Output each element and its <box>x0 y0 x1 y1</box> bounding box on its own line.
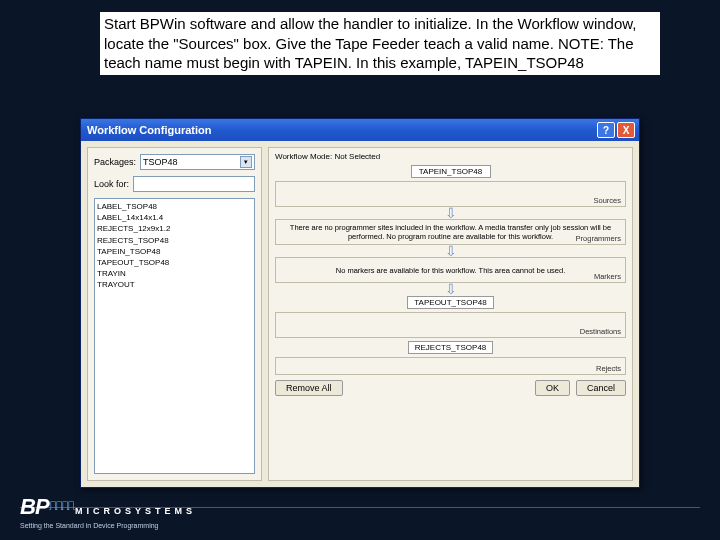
arrow-down-icon: ⇩ <box>275 284 626 294</box>
list-item[interactable]: TRAYIN <box>97 268 252 279</box>
microsystems-text: MICROSYSTEMS <box>75 506 196 516</box>
list-item[interactable]: LABEL_TSOP48 <box>97 201 252 212</box>
markers-section[interactable]: No markers are available for this workfl… <box>275 257 626 283</box>
ok-button[interactable]: OK <box>535 380 570 396</box>
bp-logo: BP <box>20 494 49 519</box>
workflow-mode-label: Workflow Mode: Not Selected <box>275 152 626 161</box>
wave-icon: ⎍⎍⎍⎍ <box>49 497 73 513</box>
help-button[interactable]: ? <box>597 122 615 138</box>
destinations-section[interactable]: Destinations <box>275 312 626 338</box>
footer: BP⎍⎍⎍⎍ MICROSYSTEMS Setting the Standard… <box>20 494 196 530</box>
source-tag[interactable]: TAPEIN_TSOP48 <box>411 165 491 178</box>
window-title: Workflow Configuration <box>85 124 597 136</box>
right-panel: Workflow Mode: Not Selected TAPEIN_TSOP4… <box>268 147 633 481</box>
programmers-section[interactable]: There are no programmer sites included i… <box>275 219 626 245</box>
reject-tag[interactable]: REJECTS_TSOP48 <box>408 341 494 354</box>
arrow-down-icon: ⇩ <box>275 208 626 218</box>
list-item[interactable]: TAPEIN_TSOP48 <box>97 246 252 257</box>
tagline: Setting the Standard in Device Programmi… <box>20 522 159 529</box>
workflow-config-window: Workflow Configuration ? X Packages: TSO… <box>80 118 640 488</box>
programmers-label: Programmers <box>576 234 621 243</box>
sources-section[interactable]: Sources <box>275 181 626 207</box>
packages-label: Packages: <box>94 157 136 167</box>
arrow-down-icon: ⇩ <box>275 246 626 256</box>
lookfor-label: Look for: <box>94 179 129 189</box>
instruction-text: Start BPWin software and allow the handl… <box>100 12 660 75</box>
lookfor-input[interactable] <box>133 176 255 192</box>
titlebar[interactable]: Workflow Configuration ? X <box>81 119 639 141</box>
list-item[interactable]: REJECTS_TSOP48 <box>97 235 252 246</box>
left-panel: Packages: TSOP48 ▾ Look for: LABEL_TSOP4… <box>87 147 262 481</box>
teach-listbox[interactable]: LABEL_TSOP48 LABEL_14x14x1.4 REJECTS_12x… <box>94 198 255 474</box>
sources-label: Sources <box>593 196 621 205</box>
destination-tag[interactable]: TAPEOUT_TSOP48 <box>407 296 493 309</box>
close-button[interactable]: X <box>617 122 635 138</box>
list-item[interactable]: TAPEOUT_TSOP48 <box>97 257 252 268</box>
remove-all-button[interactable]: Remove All <box>275 380 343 396</box>
packages-value: TSOP48 <box>143 157 178 167</box>
rejects-label: Rejects <box>596 364 621 373</box>
markers-label: Markers <box>594 272 621 281</box>
rejects-section[interactable]: Rejects <box>275 357 626 375</box>
programmers-message: There are no programmer sites included i… <box>280 223 621 241</box>
list-item[interactable]: TRAYOUT <box>97 279 252 290</box>
chevron-down-icon[interactable]: ▾ <box>240 156 252 168</box>
cancel-button[interactable]: Cancel <box>576 380 626 396</box>
packages-combo[interactable]: TSOP48 ▾ <box>140 154 255 170</box>
list-item[interactable]: REJECTS_12x9x1.2 <box>97 223 252 234</box>
destinations-label: Destinations <box>580 327 621 336</box>
list-item[interactable]: LABEL_14x14x1.4 <box>97 212 252 223</box>
markers-message: No markers are available for this workfl… <box>336 266 566 275</box>
